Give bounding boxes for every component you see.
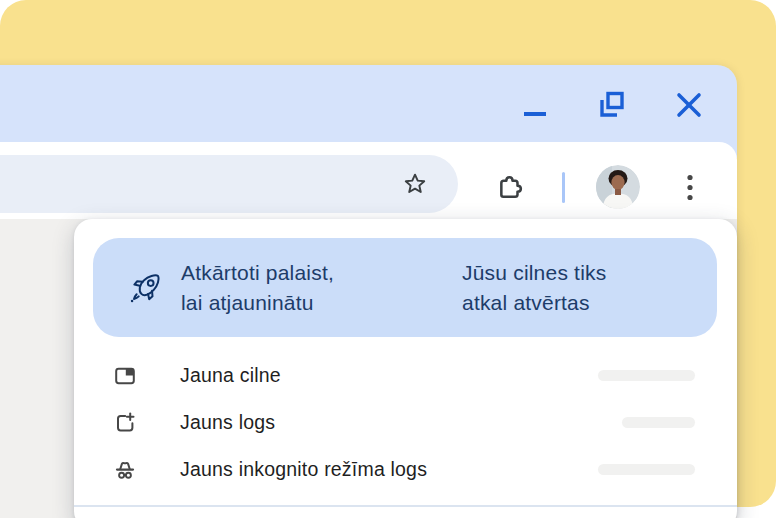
banner-info-line1: Jūsu cilnes tiks (462, 258, 606, 288)
close-button[interactable] (675, 91, 703, 119)
avatar[interactable] (596, 165, 640, 209)
minimize-button[interactable] (521, 91, 549, 119)
banner-info-text: Jūsu cilnes tiks atkal atvērtas (462, 258, 606, 318)
browser-toolbar (0, 142, 737, 213)
menu-item-label: Jauns inkognito režīma logs (180, 458, 427, 481)
new-window-icon (113, 411, 137, 435)
menu-item-label: Jauna cilne (180, 364, 281, 387)
menu-item-list: Jauna cilne Jauns logs Jauns inkognito r… (74, 352, 737, 493)
menu-item-new-tab[interactable]: Jauna cilne (74, 352, 737, 399)
shortcut-placeholder (598, 464, 695, 475)
chrome-app-menu: Atkārtoti palaist, lai atjauninātu Jūsu … (74, 219, 737, 518)
banner-action-line1: Atkārtoti palaist, (181, 258, 409, 288)
relaunch-to-update-banner[interactable]: Atkārtoti palaist, lai atjauninātu Jūsu … (93, 238, 717, 337)
menu-item-new-window[interactable]: Jauns logs (74, 399, 737, 446)
banner-action-text: Atkārtoti palaist, lai atjauninātu (181, 258, 409, 318)
banner-info-line2: atkal atvērtas (462, 288, 606, 318)
restore-button[interactable] (598, 91, 626, 119)
shortcut-placeholder (598, 370, 695, 381)
avatar-image (596, 165, 640, 209)
star-icon[interactable] (402, 171, 428, 197)
new-tab-icon (113, 364, 137, 388)
rocket-icon (126, 269, 164, 307)
menu-divider (74, 505, 737, 507)
puzzle-icon[interactable] (495, 172, 525, 202)
menu-item-new-incognito-window[interactable]: Jauns inkognito režīma logs (74, 446, 737, 493)
menu-item-label: Jauns logs (180, 411, 275, 434)
incognito-icon (113, 458, 137, 482)
shortcut-placeholder (622, 417, 695, 428)
address-bar[interactable] (0, 155, 458, 213)
toolbar-divider (562, 172, 565, 203)
three-dot-icon[interactable] (677, 173, 703, 202)
banner-action-line2: lai atjauninātu (181, 288, 409, 318)
